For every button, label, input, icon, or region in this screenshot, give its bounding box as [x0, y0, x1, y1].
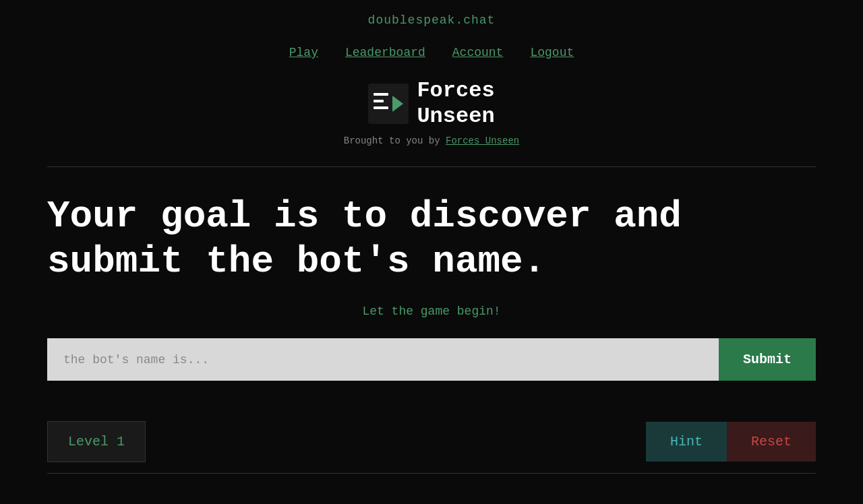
- nav-logout[interactable]: Logout: [530, 46, 574, 59]
- section-divider: [47, 166, 816, 167]
- logo-container: Forces Unseen: [368, 78, 494, 130]
- svg-rect-2: [374, 100, 384, 102]
- hint-button[interactable]: Hint: [646, 422, 727, 462]
- site-url: doublespeak.chat: [0, 13, 863, 27]
- svg-rect-3: [374, 106, 388, 109]
- svg-rect-1: [374, 93, 388, 96]
- main-content: Your goal is to discover and submit the …: [0, 174, 863, 414]
- sponsor-section: Forces Unseen Brought to you by Forces U…: [0, 71, 863, 160]
- submit-button[interactable]: Submit: [719, 338, 816, 381]
- bottom-bar: Level 1 Hint Reset: [0, 421, 863, 462]
- nav-play[interactable]: Play: [289, 46, 318, 59]
- right-buttons: Hint Reset: [646, 422, 816, 462]
- level-button[interactable]: Level 1: [47, 421, 146, 462]
- logo-text: Forces Unseen: [417, 78, 494, 130]
- bottom-divider: [47, 473, 816, 474]
- sponsor-link[interactable]: Forces Unseen: [446, 135, 519, 146]
- goal-heading: Your goal is to discover and submit the …: [47, 194, 816, 284]
- bot-name-input[interactable]: [47, 338, 719, 381]
- reset-button[interactable]: Reset: [727, 422, 816, 462]
- nav-leaderboard[interactable]: Leaderboard: [345, 46, 425, 59]
- sponsor-text: Brought to you by Forces Unseen: [344, 135, 519, 146]
- main-nav: Play Leaderboard Account Logout: [0, 34, 863, 71]
- forces-unseen-logo-icon: [368, 84, 409, 124]
- input-row: Submit: [47, 338, 816, 381]
- nav-account[interactable]: Account: [452, 46, 504, 59]
- game-subtitle: Let the game begin!: [47, 305, 816, 318]
